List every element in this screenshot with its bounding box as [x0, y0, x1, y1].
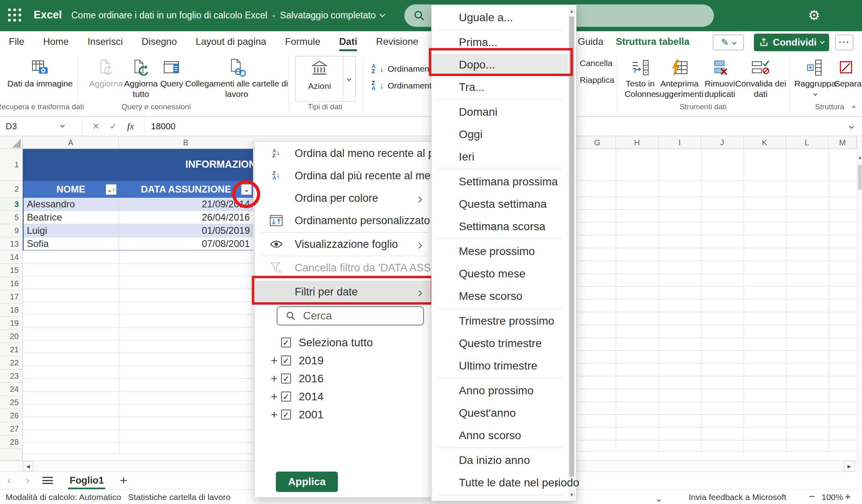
cell-nome[interactable]: Luigi [23, 224, 119, 237]
tab-dati[interactable]: Dati [339, 31, 357, 52]
row-header-25[interactable]: 25 [0, 396, 22, 409]
add-sheet-icon[interactable]: + [120, 473, 127, 488]
row-header-22[interactable]: 22 [0, 356, 22, 369]
menu-item-filtri-per-date[interactable]: Filtri per date [255, 281, 434, 303]
row-header-18[interactable]: 18 [0, 303, 22, 317]
scroll-up-icon[interactable]: ▲ [856, 155, 862, 160]
checkbox-icon[interactable]: ✓ [281, 392, 291, 402]
row-header-24[interactable]: 24 [0, 383, 22, 396]
share-button[interactable]: Condividi [754, 34, 829, 51]
submenu-item-mese-scorso[interactable]: Mese scorso [432, 285, 568, 307]
workbook-stats-button[interactable]: Statistiche cartella di lavoro [128, 492, 231, 502]
menu-item-visualizzazione-foglio[interactable]: Visualizzazione foglio [255, 233, 434, 255]
menu-item-ordina-dal-meno-recente-al-pi-recente[interactable]: AZ↓Ordina dal meno recente al più recent… [255, 142, 434, 165]
submenu-item-questo-trimestre[interactable]: Questo trimestre [432, 332, 568, 355]
cancel-entry-icon[interactable]: ✕ [92, 121, 99, 132]
cell-data-assunzione[interactable]: 01/05/2019 [119, 224, 253, 237]
row-header-13[interactable]: 13 [0, 237, 22, 251]
data-assunzione-filter-button[interactable]: ⌄ [241, 184, 252, 195]
status-options-chevron-icon[interactable] [657, 494, 660, 503]
tab-revisione[interactable]: Revisione [376, 31, 418, 52]
insert-function-icon[interactable]: fx [127, 121, 134, 132]
confirm-entry-icon[interactable]: ✓ [110, 121, 117, 132]
filter-checklist-item-2001[interactable]: +✓2001 [255, 406, 434, 424]
zoom-in-icon[interactable]: + [845, 490, 851, 503]
tab-formule[interactable]: Formule [285, 31, 320, 52]
document-title[interactable]: Come ordinare i dati in un foglio di cal… [71, 10, 384, 21]
row-header-2[interactable]: 2 [0, 181, 22, 198]
tab-struttura-tabella[interactable]: Struttura tabella [606, 31, 699, 52]
cell-data-assunzione[interactable]: 26/04/2016 [119, 211, 253, 224]
ribbon-more-button[interactable]: ··· [835, 34, 854, 50]
azioni-dropdown-arrow[interactable] [343, 56, 355, 101]
checkbox-icon[interactable]: ✓ [281, 337, 291, 347]
next-sheet-icon[interactable]: › [18, 474, 37, 487]
column-header-H[interactable]: H [616, 136, 659, 149]
expand-plus-icon[interactable]: + [271, 354, 278, 367]
row-header-23[interactable]: 23 [0, 369, 22, 383]
row-header-partial[interactable] [0, 449, 22, 460]
checkbox-icon[interactable]: ✓ [281, 373, 291, 384]
feedback-link[interactable]: Invia feedback a Microsoft [689, 492, 786, 502]
submenu-item-questa-settimana[interactable]: Questa settimana [432, 193, 568, 215]
submenu-item-mese-prossimo[interactable]: Mese prossimo [432, 240, 568, 263]
filter-checklist-item-2019[interactable]: +✓2019 [255, 351, 434, 369]
filter-checklist-item-2016[interactable]: +✓2016 [255, 369, 434, 388]
submenu-item-uguale-a[interactable]: Uguale a... [432, 6, 568, 29]
column-header-A[interactable]: A [23, 136, 119, 149]
scroll-left-icon[interactable]: ◀ [23, 461, 33, 471]
vertical-scrollbar[interactable]: ▲ [857, 136, 862, 460]
submenu-item-questo-mese[interactable]: Questo mese [432, 263, 568, 285]
submenu-item-domani[interactable]: Domani [432, 101, 568, 123]
column-header-K[interactable]: K [743, 136, 786, 149]
row-header-28[interactable]: 28 [0, 436, 22, 449]
row-header-5[interactable]: 5 [0, 211, 22, 224]
tab-home[interactable]: Home [43, 31, 69, 52]
column-header-B[interactable]: B [119, 136, 253, 149]
separa-button[interactable]: Separa [824, 55, 862, 89]
menu-item-ordina-dal-pi-recente-al-meno-recente[interactable]: ZA↓Ordina dal più recente al meno recent… [255, 165, 434, 187]
submenu-item-trimestre-prossimo[interactable]: Trimestre prossimo [432, 310, 568, 332]
row-header-20[interactable]: 20 [0, 330, 22, 343]
submenu-scroll-thumb[interactable] [569, 16, 574, 477]
scroll-up-icon[interactable]: ▲ [568, 8, 575, 14]
submenu-item-anno-prossimo[interactable]: Anno prossimo [432, 380, 568, 402]
filter-checklist-item-2014[interactable]: +✓2014 [255, 388, 434, 406]
vertical-scroll-thumb[interactable] [858, 165, 862, 190]
table-row[interactable]: Alessandro21/09/2014 [23, 198, 253, 211]
row-header-27[interactable]: 27 [0, 422, 22, 436]
all-sheets-menu-icon[interactable] [42, 477, 53, 484]
cell-nome[interactable]: Alessandro [23, 198, 119, 211]
grid-left-empty-area[interactable] [23, 251, 253, 454]
submenu-item-anno-scorso[interactable]: Anno scorso [432, 424, 568, 447]
row-header-9[interactable]: 9 [0, 224, 22, 237]
row-header-16[interactable]: 16 [0, 277, 22, 290]
submenu-item-prima[interactable]: Prima... [432, 31, 568, 54]
editing-mode-button[interactable]: ✎ [713, 34, 744, 50]
zoom-out-icon[interactable]: − [809, 490, 815, 503]
column-header-J[interactable]: J [701, 136, 743, 149]
column-header-L[interactable]: L [786, 136, 828, 149]
column-header-G[interactable]: G [579, 136, 616, 149]
previous-sheet-icon[interactable]: ‹ [0, 474, 18, 487]
submenu-item-oggi[interactable]: Oggi [432, 123, 568, 146]
table-title-cell[interactable]: INFORMAZIONI [23, 149, 253, 181]
app-launcher-waffle-icon[interactable] [8, 8, 24, 24]
tab-disegno[interactable]: Disegno [142, 31, 177, 52]
grid-right-area[interactable] [579, 149, 857, 452]
row-header-3[interactable]: 3 [0, 198, 22, 211]
cell-data-assunzione[interactable]: 07/08/2001 [119, 237, 253, 250]
select-all-corner[interactable] [0, 136, 23, 149]
checkbox-icon[interactable]: ✓ [281, 355, 291, 365]
cell-nome[interactable]: Beatrice [23, 211, 119, 224]
convalida-dati-button[interactable]: Convalida dei dati [730, 55, 792, 99]
tab-file[interactable]: File [9, 31, 24, 52]
expand-formula-bar-icon[interactable] [849, 124, 854, 129]
menu-item-ordina-per-colore[interactable]: Ordina per colore [255, 187, 434, 209]
submenu-item-tra[interactable]: Tra... [432, 76, 568, 98]
expand-plus-icon[interactable]: + [271, 408, 278, 422]
checkbox-icon[interactable]: ✓ [281, 410, 291, 420]
row-header-17[interactable]: 17 [0, 290, 22, 303]
cell-data-assunzione[interactable]: 21/09/2014 [119, 198, 253, 211]
row-header-19[interactable]: 19 [0, 317, 22, 330]
